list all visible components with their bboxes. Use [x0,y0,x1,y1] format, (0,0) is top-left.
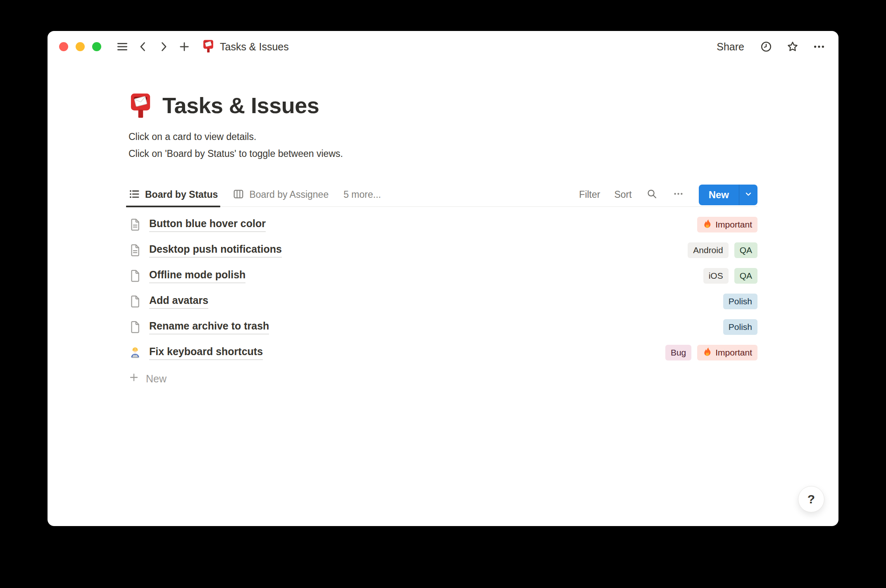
list-item[interactable]: Fix keyboard shortcuts BugImportant [129,340,757,365]
postbox-icon[interactable] [129,92,152,119]
list-item-title: Offline mode polish [149,269,245,283]
history-button[interactable] [759,40,773,54]
task-list: Button blue hover color Important Deskto… [129,212,757,365]
breadcrumb-title: Tasks & Issues [220,41,289,53]
search-button[interactable] [646,189,658,201]
sidebar-toggle-button[interactable] [115,40,129,54]
tab-label: Board by Status [145,189,218,200]
tag-polish: Polish [723,319,757,335]
new-button-group: New [699,185,757,205]
tag-bug: Bug [665,345,691,360]
doc-blank-icon [129,320,142,334]
list-item-tags: AndroidQA [688,242,757,258]
share-button[interactable]: Share [717,41,744,53]
more-views-button[interactable]: 5 more... [343,189,381,200]
tag-label: QA [740,245,752,255]
tag-label: QA [740,271,752,281]
view-toolbar: Board by Status Board by Assignee 5 more… [129,183,757,207]
tag-label: Important [715,348,752,358]
list-item-tags: Polish [723,294,757,309]
page-options-button[interactable] [812,40,826,54]
tag-polish: Polish [723,294,757,309]
doc-text-icon [129,218,142,232]
doc-text-icon [129,243,142,257]
plus-icon [178,40,191,53]
clock-icon [760,40,772,53]
description-line: Click on 'Board by Status' to toggle bet… [129,145,757,162]
star-icon [786,40,799,53]
favorite-button[interactable] [786,40,800,54]
tag-label: Android [693,245,723,255]
tag-label: Important [715,220,752,230]
ellipsis-icon [813,40,825,53]
tag-label: iOS [709,271,723,281]
list-item[interactable]: Rename archive to trash Polish [129,314,757,340]
window-controls [59,42,101,51]
list-item-title: Desktop push notifications [149,243,282,258]
new-tab-button[interactable] [177,40,191,54]
close-window-button[interactable] [59,42,68,51]
new-button-dropdown[interactable] [739,185,757,205]
add-new-row-button[interactable]: New [129,367,757,390]
list-item[interactable]: Desktop push notifications AndroidQA [129,237,757,263]
list-item-tags: BugImportant [665,345,757,360]
back-button[interactable] [136,40,150,54]
tag-label: Bug [671,348,686,358]
app-window: Tasks & Issues Share Tasks & Issues Clic… [48,31,838,526]
list-item-tags: iOSQA [703,268,757,284]
tag-qa: QA [734,242,757,258]
list-item[interactable]: Add avatars Polish [129,289,757,314]
tag-important: Important [697,217,757,232]
fire-icon [703,219,712,230]
view-tabs: Board by Status Board by Assignee [129,183,329,207]
tag-label: Polish [729,296,752,306]
doc-blank-icon [129,269,142,283]
titlebar: Tasks & Issues Share [48,31,838,62]
tag-important: Important [697,345,757,360]
page-description: Click on a card to view details. Click o… [129,128,757,162]
description-line: Click on a card to view details. [129,128,757,145]
postbox-icon [202,39,214,55]
chevron-right-icon [157,40,170,53]
tab-board-by-status[interactable]: Board by Status [129,183,218,207]
list-item-tags: Polish [723,319,757,335]
hamburger-icon [116,40,129,53]
filter-button[interactable]: Filter [579,189,600,200]
tag-android: Android [688,242,728,258]
add-new-row-label: New [146,373,167,385]
ellipsis-icon [673,188,684,201]
search-icon [646,188,657,201]
list-item[interactable]: Button blue hover color Important [129,212,757,237]
list-item-title: Rename archive to trash [149,320,269,334]
tag-ios: iOS [703,268,729,284]
chevron-left-icon [137,40,149,53]
sort-button[interactable]: Sort [614,189,631,200]
view-options-button[interactable] [672,189,685,201]
breadcrumb[interactable]: Tasks & Issues [202,39,289,55]
board-view-icon [233,188,244,202]
fire-icon [703,347,712,358]
list-item-tags: Important [697,217,757,232]
chevron-down-icon [744,190,753,200]
tag-label: Polish [729,322,752,332]
zoom-window-button[interactable] [92,42,101,51]
new-button[interactable]: New [699,185,739,205]
tab-board-by-assignee[interactable]: Board by Assignee [233,183,329,207]
list-item-title: Button blue hover color [149,218,266,232]
page-header: Tasks & Issues [129,92,757,119]
doc-blank-icon [129,294,142,308]
list-view-icon [129,188,140,202]
help-button[interactable]: ? [798,486,824,512]
technologist-icon [129,346,142,360]
list-item-title: Fix keyboard shortcuts [149,346,263,360]
plus-icon [129,372,139,385]
list-item-title: Add avatars [149,294,208,309]
minimize-window-button[interactable] [76,42,85,51]
tag-qa: QA [734,268,757,284]
forward-button[interactable] [157,40,171,54]
list-item[interactable]: Offline mode polish iOSQA [129,263,757,289]
tab-label: Board by Assignee [249,189,329,200]
page-title: Tasks & Issues [162,92,319,118]
